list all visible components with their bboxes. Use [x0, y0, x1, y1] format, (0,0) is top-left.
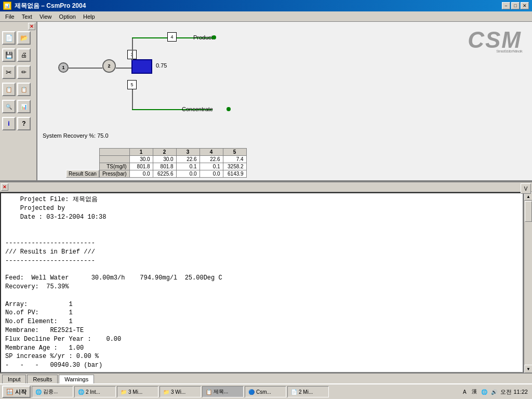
toolbar: ✕ 📄 📂 💾 🖨 ✂ ✏ 📋 📋 🔍 📊 i: [0, 22, 37, 180]
cell-0-3: 22.6: [176, 156, 200, 163]
menu-view[interactable]: View: [36, 13, 55, 20]
scroll-thumb[interactable]: [525, 201, 532, 222]
tab-input[interactable]: Input: [2, 375, 26, 383]
window-title: 제목없음 – CsmPro 2004: [15, 2, 86, 10]
save-button[interactable]: 💾: [2, 48, 16, 62]
scroll-down-button[interactable]: ▼: [524, 365, 532, 373]
cell-press-4: 0.0: [200, 170, 223, 178]
menu-text[interactable]: Text: [19, 13, 35, 20]
cell-0-4: 22.6: [200, 156, 223, 163]
text-output-wrapper: Project File: 제목없음 Projected by Date : 0…: [0, 192, 532, 373]
membrane-element: [131, 59, 152, 74]
copy-button-2[interactable]: 📋: [17, 83, 31, 96]
table-row: Press(bar) 0.0 6225.6 0.0 0.0 6143.9: [99, 170, 246, 178]
zoom-button[interactable]: 🔍: [2, 100, 16, 113]
csm-logo: CSM Sensor Solution Network: [468, 27, 522, 54]
product-endpoint: [212, 35, 216, 39]
scrollbar-vertical: ▲ ▼: [524, 192, 532, 373]
minimize-button[interactable]: −: [502, 2, 510, 9]
node-4: 4: [167, 32, 177, 42]
cell-0-5: 7.4: [223, 156, 246, 163]
cell-ts-2: 801.8: [153, 163, 176, 170]
help-button[interactable]: ?: [17, 117, 31, 130]
col-header-5: 5: [223, 149, 246, 156]
cell-press-5: 6143.9: [223, 170, 246, 178]
cell-ts-1: 801.8: [129, 163, 153, 170]
flow-diagram: 1 2 0.75 3 4 Pr: [43, 27, 261, 131]
lower-header: ✕ V: [0, 182, 532, 192]
row-label-press: Press(bar): [99, 170, 129, 178]
cut-button[interactable]: ✂: [2, 65, 16, 79]
result-scan-button[interactable]: Result Scan: [66, 170, 99, 178]
copy-button-1[interactable]: 📋: [2, 83, 16, 96]
maximize-button[interactable]: □: [511, 2, 520, 9]
value-label: 0.75: [156, 62, 167, 69]
menu-help[interactable]: Help: [80, 13, 98, 20]
toolbar-close-button[interactable]: ✕: [28, 23, 35, 30]
system-recovery-label: System Recovery %: 75.0: [43, 132, 109, 139]
cell-ts-4: 0.1: [200, 163, 223, 170]
window-controls: − □ ✕: [502, 2, 529, 9]
cell-0-1: 30.0: [129, 156, 153, 163]
table-row: TS(mg/l) 801.8 801.8 0.1 0.1 3258.2: [99, 163, 246, 170]
line-1-2: [69, 68, 102, 69]
cell-0-2: 30.0: [153, 156, 176, 163]
col-header-blank: [99, 149, 129, 156]
line-3-4: [132, 37, 133, 60]
scroll-track: [524, 201, 532, 365]
node-1: 1: [58, 62, 69, 73]
bottom-tabs: Input Results Warnings: [0, 373, 532, 383]
title-bar: 📊 제목없음 – CsmPro 2004 − □ ✕: [0, 0, 532, 11]
diagram-canvas: CSM Sensor Solution Network 1 2 0.75 3: [37, 22, 532, 180]
concentrate-label: Concentrate: [182, 106, 213, 112]
row-label-ts: TS(mg/l): [99, 163, 129, 170]
col-header-1: 1: [129, 149, 153, 156]
menu-option[interactable]: Option: [56, 13, 79, 20]
cell-press-3: 0.0: [176, 170, 200, 178]
menu-file[interactable]: File: [2, 13, 18, 20]
col-header-2: 2: [153, 149, 176, 156]
result-table-area: Result Scan 1 2 3 4 5: [66, 148, 247, 178]
result-table: 1 2 3 4 5 30.0 30.0: [99, 148, 247, 178]
table-row: 30.0 30.0 22.6 22.6 7.4: [99, 156, 246, 163]
lower-v-button[interactable]: V: [521, 183, 531, 194]
text-output-area: Project File: 제목없음 Projected by Date : 0…: [0, 192, 524, 373]
row-label-0: [99, 156, 129, 163]
line-5-concentrate: [132, 89, 133, 110]
cell-press-2: 6225.6: [153, 170, 176, 178]
node-2: 2: [102, 59, 116, 73]
col-header-3: 3: [176, 149, 200, 156]
close-button[interactable]: ✕: [521, 2, 529, 9]
node-5: 5: [127, 80, 137, 89]
chart-button[interactable]: 📊: [17, 100, 31, 113]
cell-ts-5: 3258.2: [223, 163, 246, 170]
lower-close-button[interactable]: ✕: [1, 183, 8, 191]
open-button[interactable]: 📂: [17, 31, 31, 45]
cell-ts-3: 0.1: [176, 163, 200, 170]
print-button[interactable]: 🖨: [17, 48, 31, 62]
col-header-4: 4: [200, 149, 223, 156]
line-2-rect: [116, 68, 131, 69]
new-button[interactable]: 📄: [2, 31, 16, 45]
menu-bar: File Text View Option Help: [0, 11, 532, 22]
product-label: Product: [193, 34, 213, 41]
edit-button[interactable]: ✏: [17, 65, 31, 79]
concentrate-endpoint: [227, 107, 231, 111]
lower-section: ✕ V Project File: 제목없음 Projected by Date…: [0, 181, 532, 383]
app-icon: 📊: [3, 2, 11, 10]
tab-results[interactable]: Results: [27, 375, 58, 383]
info-button[interactable]: i: [2, 117, 16, 130]
cell-press-1: 0.0: [129, 170, 153, 178]
tab-warnings[interactable]: Warnings: [59, 375, 94, 383]
